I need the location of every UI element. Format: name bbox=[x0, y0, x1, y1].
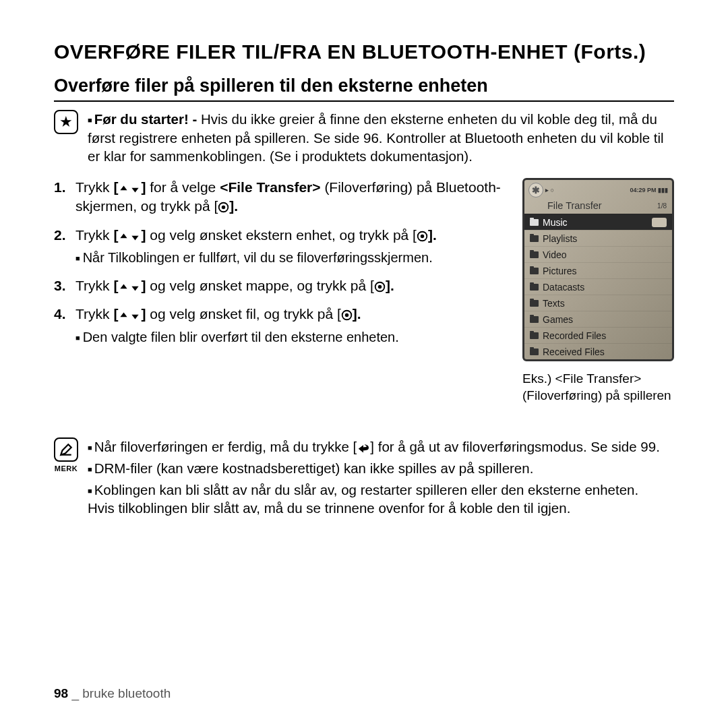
list-item: Games bbox=[524, 311, 672, 327]
note-icon bbox=[54, 437, 78, 462]
list-item: Playlists bbox=[524, 230, 672, 246]
note-label: MERK bbox=[54, 464, 78, 473]
list-item: Received Files bbox=[524, 343, 672, 359]
folder-icon bbox=[530, 316, 539, 323]
up-down-icon bbox=[118, 282, 141, 293]
list-item: Pictures bbox=[524, 262, 672, 278]
section-subtitle: Overføre filer på spilleren til den ekst… bbox=[54, 75, 674, 102]
device-status-bar: ✱ ▸ ○ 04:29 PM ▮▮▮ bbox=[524, 180, 672, 199]
up-down-icon bbox=[118, 310, 141, 322]
precheck-note: ★ ■Før du starter! - Hvis du ikke greier… bbox=[54, 110, 674, 166]
bluetooth-icon: ✱ bbox=[528, 183, 543, 198]
select-icon bbox=[218, 202, 229, 213]
up-down-icon bbox=[118, 183, 141, 195]
folder-icon bbox=[530, 235, 539, 242]
star-icon: ★ bbox=[54, 110, 78, 134]
device-caption: Eks.) <File Transfer> (Filoverføring) på… bbox=[522, 371, 674, 404]
device-preview: ✱ ▸ ○ 04:29 PM ▮▮▮ File Transfer 1/8 Mus… bbox=[522, 178, 674, 404]
battery-icon: ▮▮▮ bbox=[658, 187, 668, 193]
steps-list: 1. Trykk [] for å velge <File Transfer> … bbox=[54, 178, 502, 356]
page-footer: 98 _ bruke bluetooth bbox=[54, 686, 171, 701]
folder-icon bbox=[530, 284, 539, 291]
step-3: 3. Trykk [] og velg ønsket mappe, og try… bbox=[54, 276, 502, 295]
list-item: Music bbox=[524, 214, 672, 230]
folder-icon bbox=[530, 348, 539, 355]
list-item: Texts bbox=[524, 295, 672, 311]
select-icon bbox=[417, 231, 428, 242]
folder-icon bbox=[530, 268, 539, 274]
step-2: 2. Trykk [] og velg ønsket ekstern enhet… bbox=[54, 226, 502, 267]
up-down-icon bbox=[118, 231, 141, 243]
step-4: 4. Trykk [] og velg ønsket fil, og trykk… bbox=[54, 305, 502, 346]
device-page-indicator: 1/8 bbox=[657, 202, 667, 210]
precheck-text: ■Før du starter! - Hvis du ikke greier å… bbox=[88, 110, 674, 166]
page-title: OVERFØRE FILER TIL/FRA EN BLUETOOTH-ENHE… bbox=[54, 40, 674, 63]
remark-note: MERK ■Når filoverføringen er ferdig, må … bbox=[54, 437, 674, 520]
folder-icon bbox=[530, 300, 539, 307]
list-item: Video bbox=[524, 246, 672, 262]
back-icon bbox=[357, 443, 370, 454]
folder-icon bbox=[530, 332, 539, 339]
select-icon bbox=[341, 309, 353, 321]
list-item: Datacasts bbox=[524, 278, 672, 295]
list-item: Recorded Files bbox=[524, 327, 672, 343]
select-icon bbox=[374, 281, 386, 293]
step-1: 1. Trykk [] for å velge <File Transfer> … bbox=[54, 178, 502, 216]
thumbnail-icon bbox=[652, 218, 667, 227]
folder-icon bbox=[530, 219, 539, 226]
device-screen-title: File Transfer bbox=[547, 200, 602, 211]
folder-icon bbox=[530, 251, 539, 258]
